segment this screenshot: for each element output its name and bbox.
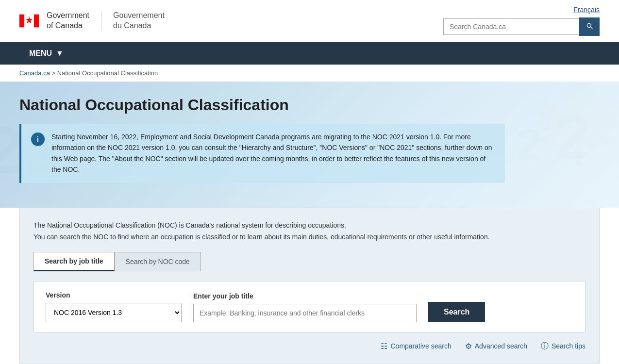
government-name-fr: Gouvernement du Canada bbox=[113, 11, 165, 31]
site-search-input[interactable] bbox=[443, 18, 579, 35]
info-text: Starting November 16, 2022, Employment a… bbox=[51, 132, 495, 175]
site-search-bar bbox=[443, 17, 600, 36]
canada-flag-icon bbox=[19, 14, 39, 28]
search-tips-link[interactable]: ⓘ Search tips bbox=[541, 341, 586, 351]
search-tabs: Search by job title Search by NOC code bbox=[33, 252, 586, 271]
svg-rect-0 bbox=[19, 15, 24, 28]
version-label: Version bbox=[46, 291, 182, 299]
logo-divider bbox=[101, 11, 101, 31]
tab-search-by-job-title[interactable]: Search by job title bbox=[33, 252, 115, 271]
menu-bar: MENU ▼ bbox=[0, 42, 619, 65]
job-title-label: Enter your job title bbox=[193, 292, 417, 300]
government-name: Government of Canada bbox=[47, 11, 89, 31]
version-select[interactable]: NOC 2016 Version 1.3 NOC 2021 Version 1.… bbox=[46, 303, 182, 322]
comparative-search-link[interactable]: ☷ Comparative search bbox=[381, 341, 451, 351]
grid-icon: ☷ bbox=[381, 342, 387, 351]
menu-button[interactable]: MENU ▼ bbox=[19, 42, 73, 65]
chevron-down-icon: ▼ bbox=[56, 49, 64, 58]
top-bar: Government of Canada Gouvernement du Can… bbox=[0, 0, 619, 42]
version-group: Version NOC 2016 Version 1.3 NOC 2021 Ve… bbox=[46, 291, 182, 322]
hero-section: 2213 0311 🍁 2 2 National Occupational Cl… bbox=[0, 82, 619, 208]
search-form: Version NOC 2016 Version 1.3 NOC 2021 Ve… bbox=[33, 281, 586, 332]
search-button[interactable]: Search bbox=[428, 302, 485, 322]
search-section: The National Occupational Classification… bbox=[19, 208, 600, 364]
francais-link[interactable]: Français bbox=[573, 6, 600, 14]
gear-icon: ⚙ bbox=[465, 342, 472, 351]
breadcrumb: Canada.ca > National Occupational Classi… bbox=[0, 65, 619, 82]
bottom-links: ☷ Comparative search ⚙ Advanced search ⓘ… bbox=[33, 339, 586, 353]
breadcrumb-home[interactable]: Canada.ca bbox=[19, 69, 50, 77]
breadcrumb-current: National Occupational Classification bbox=[57, 69, 158, 77]
info-icon: i bbox=[31, 132, 45, 146]
info-circle-icon: ⓘ bbox=[541, 341, 549, 351]
search-description: The National Occupational Classification… bbox=[33, 220, 586, 243]
svg-rect-1 bbox=[34, 15, 39, 28]
breadcrumb-separator: > bbox=[52, 69, 57, 77]
advanced-search-link[interactable]: ⚙ Advanced search bbox=[465, 341, 527, 351]
top-right-area: Français bbox=[443, 6, 600, 36]
info-box: i Starting November 16, 2022, Employment… bbox=[19, 124, 505, 183]
page-title: National Occupational Classification bbox=[19, 96, 600, 114]
form-row: Version NOC 2016 Version 1.3 NOC 2021 Ve… bbox=[46, 291, 573, 322]
search-icon bbox=[586, 22, 593, 30]
job-title-input[interactable] bbox=[193, 304, 417, 322]
job-title-group: Enter your job title bbox=[193, 292, 417, 322]
tab-search-by-noc-code[interactable]: Search by NOC code bbox=[115, 252, 201, 271]
site-search-button[interactable] bbox=[579, 17, 600, 36]
logo-area: Government of Canada Gouvernement du Can… bbox=[19, 11, 165, 31]
